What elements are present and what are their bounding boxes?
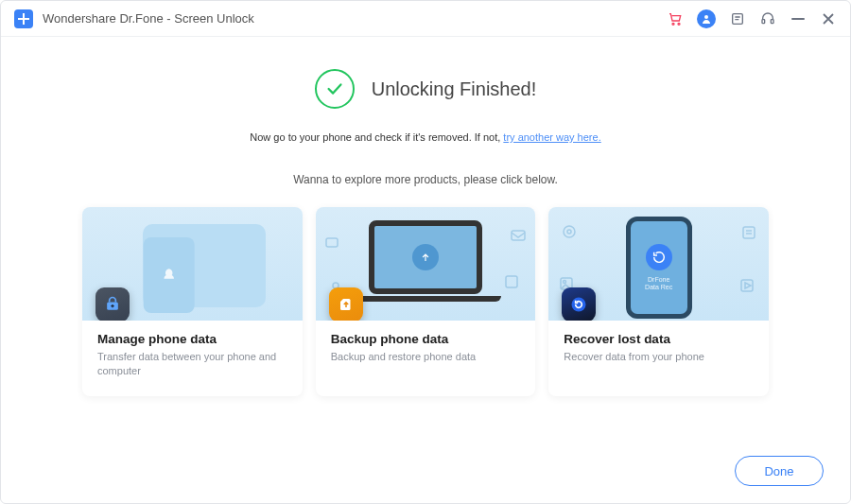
- svg-point-15: [564, 281, 566, 284]
- svg-point-1: [678, 23, 680, 25]
- app-title: Wondershare Dr.Fone - Screen Unlock: [43, 11, 254, 26]
- main-content: Unlocking Finished! Now go to your phone…: [1, 37, 850, 396]
- svg-rect-7: [326, 238, 338, 247]
- close-button[interactable]: [820, 10, 837, 27]
- card-illustration: [316, 207, 536, 321]
- status-row: Unlocking Finished!: [39, 69, 812, 109]
- svg-point-11: [564, 226, 575, 237]
- svg-point-0: [672, 23, 674, 25]
- card-title: Backup phone data: [331, 332, 521, 346]
- svg-rect-10: [506, 276, 517, 287]
- feedback-icon[interactable]: [729, 10, 746, 27]
- done-button[interactable]: Done: [735, 456, 824, 486]
- account-icon[interactable]: [697, 9, 716, 28]
- success-check-icon: [315, 69, 355, 109]
- svg-marker-17: [745, 283, 751, 288]
- backup-badge-icon: [329, 287, 363, 321]
- status-sub-prefix: Now go to your phone and check if it's r…: [250, 131, 503, 143]
- manage-badge-icon: [96, 287, 130, 321]
- card-recover-lost-data[interactable]: DrFoneData Rec Recover lost data Recover…: [548, 207, 769, 396]
- card-desc: Recover data from your phone: [564, 350, 754, 364]
- card-illustration: [82, 207, 303, 321]
- svg-rect-13: [743, 227, 755, 238]
- try-another-way-link[interactable]: try another way here.: [503, 131, 600, 143]
- card-title: Recover lost data: [564, 332, 754, 346]
- svg-point-18: [572, 298, 586, 312]
- svg-rect-4: [762, 19, 765, 23]
- status-subtext: Now go to your phone and check if it's r…: [39, 131, 812, 143]
- app-logo-icon: [14, 9, 33, 28]
- titlebar-actions: [667, 9, 837, 28]
- cart-icon[interactable]: [667, 10, 684, 27]
- card-desc: Transfer data between your phone and com…: [97, 350, 287, 379]
- card-title: Manage phone data: [97, 332, 287, 346]
- footer: Done: [735, 456, 824, 486]
- status-title: Unlocking Finished!: [372, 78, 537, 100]
- recover-badge-icon: [562, 287, 596, 321]
- support-icon[interactable]: [759, 10, 776, 27]
- product-cards: Manage phone data Transfer data between …: [39, 207, 812, 396]
- titlebar: Wondershare Dr.Fone - Screen Unlock: [1, 1, 850, 37]
- card-desc: Backup and restore phone data: [331, 350, 521, 364]
- svg-point-2: [704, 15, 708, 19]
- card-manage-phone-data[interactable]: Manage phone data Transfer data between …: [82, 207, 303, 396]
- explore-prompt: Wanna to explore more products, please c…: [39, 173, 812, 186]
- card-backup-phone-data[interactable]: Backup phone data Backup and restore pho…: [316, 207, 536, 396]
- svg-rect-8: [512, 231, 525, 240]
- minimize-button[interactable]: [790, 10, 807, 27]
- svg-rect-5: [771, 19, 773, 23]
- card-illustration: DrFoneData Rec: [548, 207, 769, 321]
- phone-label-decor: DrFoneData Rec: [645, 276, 672, 290]
- app-window: Wondershare Dr.Fone - Screen Unlock: [0, 0, 851, 504]
- svg-point-12: [567, 230, 571, 234]
